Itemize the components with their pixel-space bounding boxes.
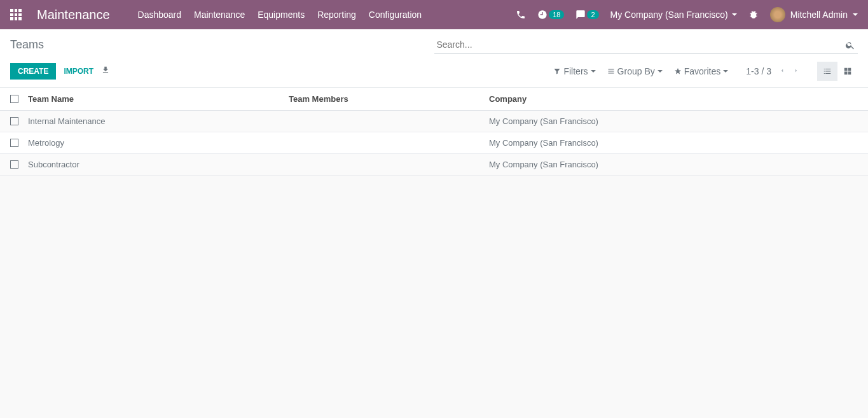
avatar [770,7,785,22]
create-button[interactable]: CREATE [10,63,56,80]
table-row[interactable]: Internal Maintenance My Company (San Fra… [0,111,868,132]
app-title: Maintenance [37,8,110,22]
company-name: My Company (San Francisco) [610,10,728,20]
breadcrumb: Teams [10,38,44,52]
company-switcher[interactable]: My Company (San Francisco) [610,10,737,20]
navbar-left: Maintenance Dashboard Maintenance Equipm… [10,8,422,22]
view-switcher [817,62,858,81]
cell-company: My Company (San Francisco) [489,138,858,148]
pager-next[interactable] [793,66,799,77]
navbar-right: 18 2 My Company (San Francisco) Mitchell… [516,7,858,22]
nav-configuration[interactable]: Configuration [369,10,422,20]
cp-right: Filters Group By Favorites 1-3 / 3 [553,62,858,81]
row-checkbox[interactable] [10,117,18,125]
import-button[interactable]: IMPORT [64,67,93,76]
search-icon[interactable] [845,40,855,50]
row-checkbox[interactable] [10,139,18,147]
list-header: Team Name Team Members Company [0,88,868,111]
search-options: Filters Group By Favorites [553,66,728,76]
table-row[interactable]: Subcontractor My Company (San Francisco) [0,154,868,176]
header-team-name[interactable]: Team Name [28,94,289,104]
nav-reporting[interactable]: Reporting [317,10,356,20]
nav-menu: Dashboard Maintenance Equipments Reporti… [138,10,422,20]
star-icon [674,67,682,75]
cell-team-name: Subcontractor [28,160,289,169]
table-row[interactable]: Metrology My Company (San Francisco) [0,132,868,154]
pager: 1-3 / 3 [746,66,799,77]
download-icon[interactable] [101,66,110,77]
phone-icon[interactable] [516,10,526,20]
list-icon [607,67,615,75]
cp-bottom: CREATE IMPORT Filters Group By Favorites… [0,57,868,87]
user-menu[interactable]: Mitchell Admin [770,7,858,22]
select-all-checkbox[interactable] [10,95,18,103]
funnel-icon [553,67,561,75]
search-area [434,36,858,54]
caret-down-icon [658,70,663,73]
favorites-menu[interactable]: Favorites [674,66,729,76]
nav-maintenance[interactable]: Maintenance [194,10,245,20]
caret-down-icon [723,70,728,73]
pager-prev[interactable] [779,66,785,77]
caret-down-icon [591,70,596,73]
messages-icon[interactable]: 2 [575,10,598,20]
debug-icon[interactable] [748,10,759,20]
search-input[interactable] [434,36,858,54]
header-team-members[interactable]: Team Members [289,94,489,104]
caret-down-icon [853,13,858,16]
cp-top: Teams [0,29,868,57]
pager-value[interactable]: 1-3 / 3 [746,66,771,76]
list-view-button[interactable] [817,62,837,81]
cp-left: CREATE IMPORT [10,63,110,80]
cell-team-name: Internal Maintenance [28,116,289,126]
filters-menu[interactable]: Filters [553,66,595,76]
groupby-menu[interactable]: Group By [607,66,663,76]
activities-icon[interactable]: 18 [537,10,564,20]
cell-company: My Company (San Francisco) [489,116,858,126]
control-panel: Teams CREATE IMPORT Filters Group By Fav… [0,29,868,88]
activities-badge: 18 [549,10,564,19]
messages-badge: 2 [587,10,598,19]
cell-company: My Company (San Francisco) [489,160,858,169]
nav-dashboard[interactable]: Dashboard [138,10,182,20]
cell-team-name: Metrology [28,138,289,148]
user-name: Mitchell Admin [790,10,848,20]
row-checkbox[interactable] [10,160,18,169]
list-view: Team Name Team Members Company Internal … [0,88,868,176]
apps-icon[interactable] [10,9,22,20]
caret-down-icon [732,13,737,16]
header-company[interactable]: Company [489,94,858,104]
kanban-view-button[interactable] [837,62,858,81]
main-navbar: Maintenance Dashboard Maintenance Equipm… [0,0,868,29]
nav-equipments[interactable]: Equipments [258,10,305,20]
